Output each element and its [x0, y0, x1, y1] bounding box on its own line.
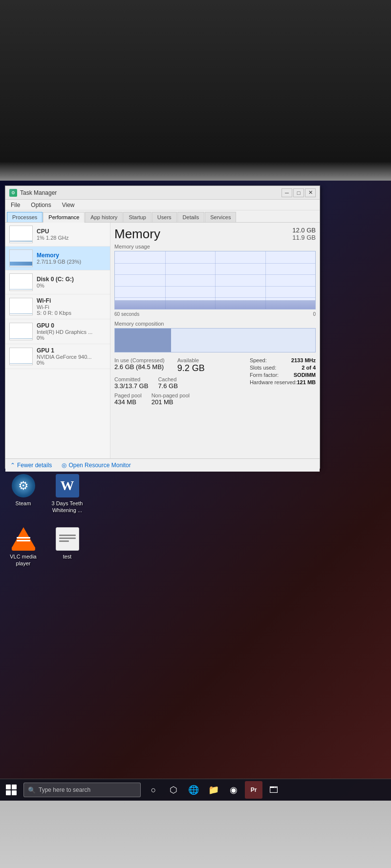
gpu0-graph: [9, 323, 33, 340]
gpu0-sublabel: Intel(R) HD Graphics ...: [37, 329, 106, 335]
gpu1-sublabel2: 0%: [37, 360, 106, 366]
network-button[interactable]: 🌐: [185, 781, 202, 799]
sidebar-gpu1[interactable]: GPU 1 NVIDIA GeForce 940... 0%: [5, 344, 110, 369]
disk-info: Disk 0 (C: G:) 0%: [37, 276, 106, 289]
sidebar-memory[interactable]: Memory 2.7/11.9 GB (23%): [5, 247, 110, 270]
cached-value: 7.6 GB: [158, 382, 177, 390]
test-icon[interactable]: test: [49, 527, 86, 560]
close-button[interactable]: ✕: [305, 188, 316, 197]
tab-app-history[interactable]: App history: [85, 212, 123, 222]
search-icon: 🔍: [28, 786, 36, 794]
gpu1-graph-line: [10, 363, 32, 364]
disk-sublabel: 0%: [37, 283, 106, 289]
tm-footer: ⌃ Fewer details ◎ Open Resource Monitor: [5, 458, 320, 472]
gpu0-info: GPU 0 Intel(R) HD Graphics ... 0%: [37, 322, 106, 341]
memory-total: 12.0 GB: [292, 227, 316, 234]
pool-row: Paged pool 434 MB Non-paged pool 201 MB: [114, 393, 240, 406]
wifi-graph: [9, 298, 33, 315]
fewer-details-btn[interactable]: ⌃ Fewer details: [10, 462, 52, 469]
vlc-stripes: [17, 537, 30, 543]
tm-body: CPU 1% 1.28 GHz Memory 2.7/11.9 GB (23%): [5, 223, 320, 458]
minimize-button[interactable]: ─: [282, 188, 292, 197]
memory-label: Memory: [37, 252, 106, 259]
window-title: Task Manager: [20, 189, 57, 196]
steam-icon[interactable]: ⚙ Steam: [5, 474, 42, 507]
left-stats: In use (Compressed) 2.6 GB (84.5 MB) Ava…: [114, 357, 240, 406]
tab-services[interactable]: Services: [205, 212, 236, 222]
graph-right-label: 0: [313, 311, 316, 317]
menu-bar: File Options View: [5, 200, 320, 210]
tab-users[interactable]: Users: [152, 212, 177, 222]
stats-section: In use (Compressed) 2.6 GB (84.5 MB) Ava…: [114, 357, 316, 406]
menu-view[interactable]: View: [61, 201, 76, 209]
cpu-label: CPU: [37, 228, 106, 235]
word-logo: [56, 474, 79, 497]
gpu1-sublabel: NVIDIA GeForce 940...: [37, 354, 106, 360]
word-doc-icon[interactable]: 3 Days Teeth Whitening ...: [49, 474, 86, 515]
sidebar-cpu[interactable]: CPU 1% 1.28 GHz: [5, 223, 110, 247]
windows-start-icon: [6, 785, 17, 795]
right-stats: Speed: 2133 MHz Slots used: 2 of 4 Form …: [250, 357, 316, 406]
test-line-1: [59, 535, 76, 536]
start-sq-3: [6, 790, 11, 795]
available-label: Available: [177, 357, 205, 363]
tm-app-icon: ⚙: [9, 189, 17, 197]
start-sq-2: [12, 785, 17, 789]
vlc-icon[interactable]: VLC media player: [5, 527, 42, 568]
task-manager-window: ⚙ Task Manager ─ □ ✕ File Options View P…: [5, 186, 320, 469]
wifi-sublabel2: S: 0 R: 0 Kbps: [37, 310, 106, 316]
speed-label: Speed:: [250, 357, 267, 363]
slots-value: 2 of 4: [302, 365, 316, 371]
premiere-button[interactable]: Pr: [245, 781, 262, 799]
cpu-graph: [9, 226, 33, 243]
disk-label: Disk 0 (C: G:): [37, 276, 106, 283]
slots-row: Slots used: 2 of 4: [250, 365, 316, 371]
graph-labels: 60 seconds 0: [114, 311, 316, 317]
word-doc-label: 3 Days Teeth Whitening ...: [49, 499, 86, 515]
start-button[interactable]: [0, 779, 22, 801]
usage-label: Memory usage: [114, 244, 316, 249]
paged-block: Paged pool 434 MB: [114, 393, 142, 406]
tab-performance[interactable]: Performance: [43, 212, 85, 223]
hw-row: Hardware reserved: 121 MB: [250, 379, 316, 385]
open-resource-monitor-btn[interactable]: ◎ Open Resource Monitor: [62, 462, 130, 469]
vlc-logo: [12, 527, 35, 551]
paged-value: 434 MB: [114, 398, 142, 406]
task-view-button[interactable]: ⬡: [165, 781, 182, 799]
cpu-info: CPU 1% 1.28 GHz: [37, 228, 106, 241]
laptop-bottom-body: [0, 801, 391, 868]
tab-startup[interactable]: Startup: [123, 212, 151, 222]
gpu0-label: GPU 0: [37, 322, 106, 329]
memory-graph-thumb: [9, 249, 33, 267]
search-bar[interactable]: 🔍 Type here to search: [23, 783, 141, 797]
open-resource-label: Open Resource Monitor: [68, 462, 130, 469]
sidebar-wifi[interactable]: Wi-Fi Wi-Fi S: 0 R: 0 Kbps: [5, 294, 110, 319]
committed-block: Committed 3.3/13.7 GB: [114, 376, 148, 390]
speed-row: Speed: 2133 MHz: [250, 357, 316, 363]
form-label: Form factor:: [250, 372, 279, 378]
tab-processes[interactable]: Processes: [7, 212, 43, 222]
fewer-details-label: Fewer details: [17, 462, 52, 469]
sidebar-disk[interactable]: Disk 0 (C: G:) 0%: [5, 270, 110, 294]
folder-button[interactable]: 📁: [205, 781, 222, 799]
menu-file[interactable]: File: [9, 201, 22, 209]
menu-options[interactable]: Options: [29, 201, 52, 209]
chrome-button[interactable]: ◉: [225, 781, 242, 799]
sidebar-gpu0[interactable]: GPU 0 Intel(R) HD Graphics ... 0%: [5, 319, 110, 344]
cortana-button[interactable]: ○: [145, 781, 162, 799]
test-line-3: [59, 540, 69, 542]
steam-icon-img: ⚙: [11, 474, 36, 498]
tab-details[interactable]: Details: [177, 212, 205, 222]
steam-label: Steam: [14, 499, 33, 507]
gpu0-graph-line: [10, 338, 32, 339]
title-left: ⚙ Task Manager: [9, 189, 57, 197]
taskbar-quick-icons: ○ ⬡ 🌐 📁 ◉ Pr 🗔: [145, 781, 282, 799]
slots-label: Slots used:: [250, 365, 276, 371]
comp-in-use-bar: [115, 329, 171, 352]
maximize-button[interactable]: □: [293, 188, 304, 197]
graph-time-label: 60 seconds: [114, 311, 139, 317]
composition-label: Memory composition: [114, 321, 316, 327]
in-use-block: In use (Compressed) 2.6 GB (84.5 MB): [114, 357, 165, 371]
cpu-graph-line: [10, 241, 32, 242]
explorer-button[interactable]: 🗔: [265, 781, 282, 799]
